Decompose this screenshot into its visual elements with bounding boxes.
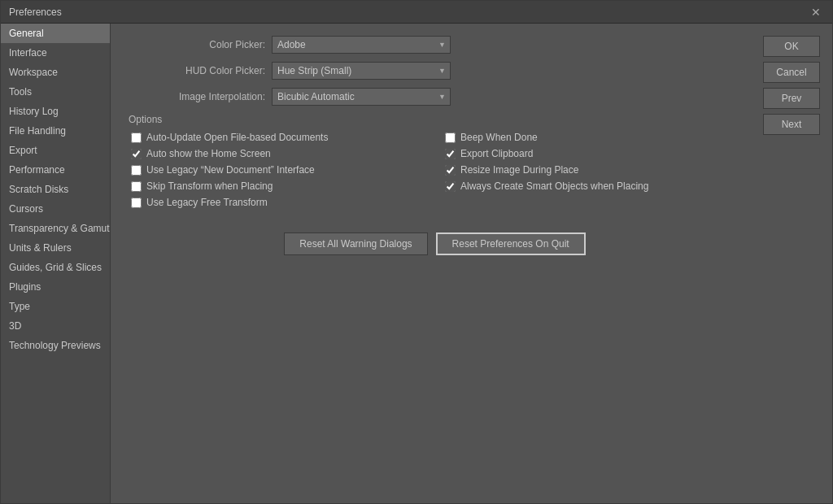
- checkbox-use-legacy[interactable]: [131, 198, 142, 208]
- checkbox-auto-updat[interactable]: [131, 133, 142, 143]
- hud-color-picker-label: HUD Color Picker:: [127, 65, 265, 76]
- sidebar-item-guides--grid---slices[interactable]: Guides, Grid & Slices: [1, 258, 110, 277]
- sidebar-item-cursors[interactable]: Cursors: [1, 199, 110, 219]
- sidebar-item-general[interactable]: General: [1, 24, 110, 43]
- sidebar-item-interface[interactable]: Interface: [1, 43, 110, 63]
- sidebar-item-history-log[interactable]: History Log: [1, 102, 110, 121]
- sidebar-item-export[interactable]: Export: [1, 141, 110, 160]
- checkbox-label: Skip Transform when Placing: [146, 180, 273, 192]
- checkbox-use-legacy[interactable]: [131, 165, 142, 176]
- image-interpolation-label: Image Interpolation:: [127, 91, 265, 102]
- dialog-body: GeneralInterfaceWorkspaceToolsHistory Lo…: [1, 24, 832, 503]
- checkbox-always-cre[interactable]: [445, 181, 456, 192]
- checkbox-label: Always Create Smart Objects when Placing: [460, 180, 648, 192]
- checkbox-label: Export Clipboard: [460, 148, 533, 159]
- reset-warnings-button[interactable]: Reset All Warning Dialogs: [284, 232, 427, 255]
- reset-prefs-button[interactable]: Reset Preferences On Quit: [436, 232, 586, 255]
- checkbox-resize-ima[interactable]: [445, 165, 456, 176]
- main-content: Color Picker: AdobeWindows HUD Color Pic…: [111, 24, 759, 503]
- hud-color-picker-select-wrapper: Hue Strip (Small)Hue Strip (Medium)Hue S…: [272, 62, 451, 80]
- checkbox-row: Auto show the Home Screen: [131, 148, 429, 159]
- ok-button[interactable]: OK: [763, 36, 820, 57]
- checkbox-row: Skip Transform when Placing: [131, 180, 429, 192]
- checkbox-label: Resize Image During Place: [460, 164, 578, 176]
- checkbox-row: Always Create Smart Objects when Placing: [445, 180, 743, 192]
- preferences-dialog: Preferences ✕ GeneralInterfaceWorkspaceT…: [0, 0, 833, 504]
- hud-color-picker-select[interactable]: Hue Strip (Small)Hue Strip (Medium)Hue S…: [272, 62, 451, 80]
- checkbox-beep-when-[interactable]: [445, 133, 456, 143]
- sidebar-item-units---rulers[interactable]: Units & Rulers: [1, 238, 110, 258]
- checkbox-row: Use Legacy Free Transform: [131, 197, 429, 208]
- checkbox-auto-show-[interactable]: [131, 149, 142, 159]
- button-row: Reset All Warning Dialogs Reset Preferen…: [127, 232, 743, 255]
- sidebar-item-3d[interactable]: 3D: [1, 316, 110, 336]
- close-button[interactable]: ✕: [808, 5, 824, 20]
- next-button[interactable]: Next: [763, 114, 820, 135]
- sidebar-item-performance[interactable]: Performance: [1, 160, 110, 180]
- image-interpolation-row: Image Interpolation: Bicubic AutomaticNe…: [127, 88, 743, 106]
- color-picker-select[interactable]: AdobeWindows: [272, 36, 451, 54]
- hud-color-picker-row: HUD Color Picker: Hue Strip (Small)Hue S…: [127, 62, 743, 80]
- side-buttons-panel: OK Cancel Prev Next: [759, 24, 832, 503]
- options-section: Options Auto-Update Open File-based Docu…: [127, 114, 743, 208]
- sidebar-item-file-handling[interactable]: File Handling: [1, 121, 110, 141]
- checkbox-row: Export Clipboard: [445, 148, 743, 159]
- checkbox-row: Use Legacy “New Document” Interface: [131, 164, 429, 176]
- checkbox-label: Auto show the Home Screen: [146, 148, 271, 159]
- sidebar-item-plugins[interactable]: Plugins: [1, 277, 110, 297]
- prev-button[interactable]: Prev: [763, 88, 820, 109]
- checkbox-export-cli[interactable]: [445, 149, 456, 159]
- sidebar-item-transparency---gamut[interactable]: Transparency & Gamut: [1, 219, 110, 238]
- title-bar: Preferences ✕: [1, 1, 832, 24]
- options-label: Options: [127, 114, 743, 125]
- checkbox-label: Auto-Update Open File-based Documents: [146, 132, 328, 143]
- color-picker-row: Color Picker: AdobeWindows: [127, 36, 743, 54]
- checkbox-row: Auto-Update Open File-based Documents: [131, 132, 429, 143]
- cancel-button[interactable]: Cancel: [763, 62, 820, 83]
- dialog-title: Preferences: [9, 7, 62, 18]
- sidebar-item-technology-previews[interactable]: Technology Previews: [1, 336, 110, 355]
- sidebar-item-scratch-disks[interactable]: Scratch Disks: [1, 180, 110, 199]
- checkbox-label: Use Legacy Free Transform: [146, 197, 268, 208]
- checkbox-row: Resize Image During Place: [445, 164, 743, 176]
- options-grid: Auto-Update Open File-based DocumentsBee…: [127, 132, 743, 208]
- checkbox-skip-trans[interactable]: [131, 181, 142, 192]
- sidebar-item-type[interactable]: Type: [1, 297, 110, 316]
- color-picker-select-wrapper: AdobeWindows: [272, 36, 451, 54]
- color-picker-label: Color Picker:: [127, 39, 265, 50]
- checkbox-row: Beep When Done: [445, 132, 743, 143]
- checkbox-label: Use Legacy “New Document” Interface: [146, 164, 315, 176]
- sidebar: GeneralInterfaceWorkspaceToolsHistory Lo…: [1, 24, 111, 503]
- checkbox-label: Beep When Done: [460, 132, 538, 143]
- sidebar-item-workspace[interactable]: Workspace: [1, 63, 110, 82]
- sidebar-item-tools[interactable]: Tools: [1, 82, 110, 102]
- image-interpolation-select[interactable]: Bicubic AutomaticNearest NeighborBilinea…: [272, 88, 451, 106]
- image-interpolation-select-wrapper: Bicubic AutomaticNearest NeighborBilinea…: [272, 88, 451, 106]
- empty-cell: [445, 197, 743, 208]
